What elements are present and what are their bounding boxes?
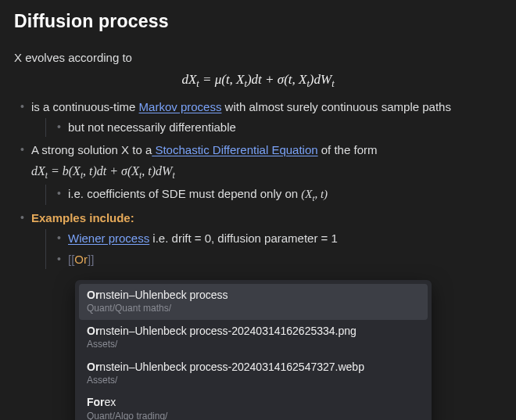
bullet-sde: A strong solution X to a Stochastic Diff… (14, 141, 502, 205)
bullet-markov: is a continuous-time Markov process with… (14, 98, 502, 137)
suggestion-path: Quant/Algo trading/ (87, 411, 420, 420)
sde-link[interactable]: Stochastic Differential Equation (152, 143, 317, 156)
suggestion-path: Assets/ (87, 339, 420, 351)
example-link-editing[interactable]: [[Or]] (46, 250, 502, 269)
suggestion-item[interactable]: Ornstein–Uhlenbeck process-2024031416254… (79, 356, 428, 392)
bullet-list: is a continuous-time Markov process with… (14, 98, 502, 269)
page-title: Diffusion process (14, 11, 502, 32)
text: A strong solution X to a (31, 143, 152, 156)
intro-text: X evolves according to (14, 51, 502, 64)
example-wiener: Wiener process i.e. drift = 0, diffusion… (46, 229, 502, 248)
main-equation: dXt = μ(t, Xt)dt + σ(t, Xt)dWt (14, 72, 502, 90)
suggestion-item[interactable]: Ornstein–Uhlenbeck processQuant/Quant ma… (79, 284, 428, 320)
suggestion-item[interactable]: Ornstein–Uhlenbeck process-2024031416262… (79, 320, 428, 356)
suggestion-path: Assets/ (87, 375, 420, 387)
bullet-sde-coeff: i.e. coefficients of SDE must depend onl… (46, 185, 502, 205)
nested-list: i.e. coefficients of SDE must depend onl… (45, 185, 502, 205)
document-page: Diffusion process X evolves according to… (0, 0, 516, 269)
wiener-process-link[interactable]: Wiener process (68, 232, 149, 245)
text: i.e. drift = 0, diffusion parameter = 1 (149, 232, 338, 245)
markov-process-link[interactable]: Markov process (139, 100, 222, 113)
bullet-examples: Examples include: Wiener process i.e. dr… (14, 209, 502, 269)
link-query[interactable]: Or (74, 253, 88, 266)
suggestion-item[interactable]: ForexQuant/Algo trading/ (79, 391, 428, 420)
suggestion-title: Forex (87, 395, 420, 409)
link-suggestion-popup[interactable]: Ornstein–Uhlenbeck processQuant/Quant ma… (75, 280, 432, 420)
coeff-math: (Xt, t) (301, 188, 328, 200)
suggestion-title: Ornstein–Uhlenbeck process-2024031416262… (87, 324, 420, 338)
text: is a continuous-time (31, 100, 139, 113)
examples-label: Examples include: (31, 211, 134, 224)
suggestion-path: Quant/Quant maths/ (87, 303, 420, 315)
bullet-not-differentiable: but not necessarily differentiable (46, 118, 502, 137)
text: of the form (318, 143, 378, 156)
text: i.e. coefficients of SDE must depend onl… (68, 187, 301, 200)
suggestion-title: Ornstein–Uhlenbeck process (87, 288, 420, 302)
suggestion-title: Ornstein–Uhlenbeck process-2024031416254… (87, 360, 420, 374)
text: with almost surely continuous sample pat… (221, 100, 450, 113)
nested-list: but not necessarily differentiable (45, 118, 502, 137)
bracket-close: ]] (88, 253, 94, 266)
sde-equation: dXt = b(Xt, t)dt + σ(Xt, t)dWt (31, 161, 502, 183)
examples-list: Wiener process i.e. drift = 0, diffusion… (45, 229, 502, 269)
